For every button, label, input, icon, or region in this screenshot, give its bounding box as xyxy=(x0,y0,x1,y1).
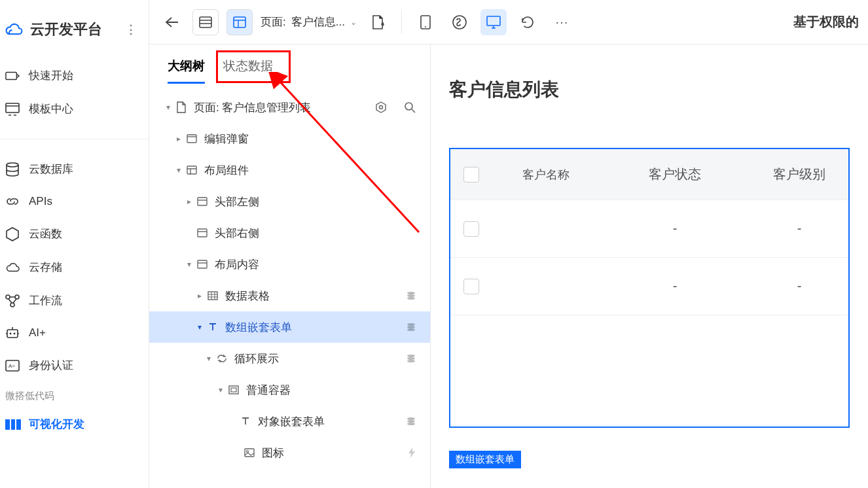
outline-tabs: 大纲树 状态数据 xyxy=(149,44,430,84)
svg-point-28 xyxy=(407,323,415,326)
tag-icon xyxy=(5,69,20,82)
column-header[interactable]: 客户名称 xyxy=(509,149,600,200)
tree-row[interactable]: ▸ 图标 xyxy=(149,437,430,468)
tree-row[interactable]: ▾ 循环展示 xyxy=(149,343,430,374)
tree-row[interactable]: ▸ 头部左侧 xyxy=(149,186,430,217)
tree-label: 循环展示 xyxy=(234,351,279,366)
svg-rect-21 xyxy=(198,198,207,205)
column-header[interactable]: 客户级别 xyxy=(737,149,848,200)
image-icon xyxy=(242,448,257,457)
miniapp-preview-button[interactable] xyxy=(446,9,473,35)
sidebar-item-label: AI+ xyxy=(29,326,46,340)
brand: 云开发平台 ⋮ xyxy=(0,0,149,59)
svg-rect-35 xyxy=(231,388,236,392)
select-all-checkbox[interactable] xyxy=(463,167,479,183)
tree-row[interactable]: ▾ 布局组件 xyxy=(149,154,430,186)
outline-panel: 大纲树 状态数据 ▾ 页面: 客户信息管理列表 ▸ 编辑弹窗 ▾ 布局组件 ▸ xyxy=(149,44,431,488)
svg-point-27 xyxy=(407,297,415,300)
desktop-preview-button[interactable] xyxy=(480,9,507,35)
caret-down-icon: ▾ xyxy=(183,260,195,269)
tree-label: 数组嵌套表单 xyxy=(225,320,292,335)
back-button[interactable] xyxy=(158,9,185,35)
column-header[interactable]: 客户状态 xyxy=(600,149,737,200)
sidebar-item-visualdev[interactable]: 可视化开发 xyxy=(0,408,149,441)
gear-icon[interactable] xyxy=(375,101,387,113)
layout-icon xyxy=(185,166,199,175)
data-indicator-icon xyxy=(407,322,416,332)
sidebar-item-ai[interactable]: AI+ xyxy=(0,317,149,349)
row-checkbox[interactable] xyxy=(463,279,479,294)
data-table[interactable]: 客户名称 客户状态 客户级别 - - - - xyxy=(449,148,850,428)
row-checkbox[interactable] xyxy=(463,221,479,237)
svg-rect-24 xyxy=(208,292,217,300)
tree-label: 头部右侧 xyxy=(215,226,259,241)
tree-row[interactable]: ▸ 对象嵌套表单 xyxy=(149,406,430,437)
sidebar-item-label: 模板中心 xyxy=(29,101,73,116)
svg-rect-12 xyxy=(234,17,245,27)
sidebar-item-apis[interactable]: APIs xyxy=(0,186,149,217)
sidebar-item-workflow[interactable]: 工作流 xyxy=(0,284,149,317)
tree-row[interactable]: ▸ 编辑弹窗 xyxy=(149,123,430,154)
new-page-button[interactable] xyxy=(365,9,391,35)
svg-rect-20 xyxy=(187,166,196,174)
selection-chip[interactable]: 数组嵌套表单 xyxy=(449,451,521,468)
table-icon xyxy=(206,291,220,300)
svg-point-5 xyxy=(10,303,14,307)
panel-list-button[interactable] xyxy=(192,9,219,35)
sidebar-item-label: 云存储 xyxy=(29,260,62,275)
tree-row[interactable]: ▾ 布局内容 xyxy=(149,249,430,280)
tab-outline-tree[interactable]: 大纲树 xyxy=(158,44,214,84)
search-icon[interactable] xyxy=(404,101,416,113)
sidebar: 云开发平台 ⋮ 快速开始 模板中心 云数据库 APIs 云函数 云存储 工作流 … xyxy=(0,0,149,488)
caret-down-icon: ▾ xyxy=(162,103,174,112)
tree-label-prefix: 页面: xyxy=(194,100,219,115)
tree-row-array-form[interactable]: ▾ 数组嵌套表单 xyxy=(149,311,430,343)
svg-point-33 xyxy=(407,360,415,362)
svg-point-17 xyxy=(380,106,383,109)
svg-rect-1 xyxy=(6,103,19,113)
sidebar-item-database[interactable]: 云数据库 xyxy=(0,152,149,186)
svg-point-3 xyxy=(6,295,10,299)
brand-menu-icon[interactable]: ⋮ xyxy=(125,22,137,37)
svg-point-40 xyxy=(247,451,249,453)
sidebar-item-functions[interactable]: 云函数 xyxy=(0,217,149,251)
svg-rect-19 xyxy=(187,135,196,143)
link-icon xyxy=(5,195,20,208)
sidebar-item-quickstart[interactable]: 快速开始 xyxy=(0,59,149,92)
svg-rect-34 xyxy=(229,386,238,394)
refresh-button[interactable] xyxy=(515,9,541,35)
mobile-preview-button[interactable] xyxy=(412,9,439,35)
sidebar-item-auth[interactable]: A= 身份认证 xyxy=(0,349,149,382)
tree-row[interactable]: ▸ 头部右侧 xyxy=(149,217,430,249)
tree-label: 数据表格 xyxy=(225,288,270,304)
tab-state-data[interactable]: 状态数据 xyxy=(214,44,282,84)
layout-icon xyxy=(195,197,209,206)
svg-point-26 xyxy=(407,294,415,297)
container-icon xyxy=(226,385,241,394)
text-icon xyxy=(238,416,253,427)
tree-label: 编辑弹窗 xyxy=(204,131,249,147)
tree-root[interactable]: ▾ 页面: 客户信息管理列表 xyxy=(149,92,430,123)
caret-right-icon: ▸ xyxy=(194,291,206,300)
panel-layout-button[interactable] xyxy=(226,9,253,35)
data-indicator-icon xyxy=(407,417,416,426)
table-row[interactable]: - - xyxy=(450,258,848,315)
svg-point-36 xyxy=(407,417,415,420)
table-row[interactable]: - - xyxy=(450,200,848,258)
svg-point-25 xyxy=(407,292,415,294)
sidebar-item-templates[interactable]: 模板中心 xyxy=(0,92,149,126)
database-icon xyxy=(5,163,20,176)
page-selector[interactable]: 页面: 客户信息... ⌄ xyxy=(261,14,357,29)
caret-right-icon: ▸ xyxy=(183,197,195,206)
more-button[interactable]: ⋯ xyxy=(549,9,575,35)
sidebar-item-storage[interactable]: 云存储 xyxy=(0,251,149,284)
tree-row[interactable]: ▾ 普通容器 xyxy=(149,374,430,406)
caret-down-icon: ▾ xyxy=(215,385,226,394)
svg-point-30 xyxy=(407,328,415,331)
data-indicator-icon xyxy=(407,291,416,300)
layout-icon xyxy=(195,260,209,269)
tree-row[interactable]: ▸ 数据表格 xyxy=(149,280,430,311)
page-icon xyxy=(174,101,189,113)
cell: - xyxy=(600,200,737,257)
row-checkbox-cell xyxy=(450,200,509,257)
